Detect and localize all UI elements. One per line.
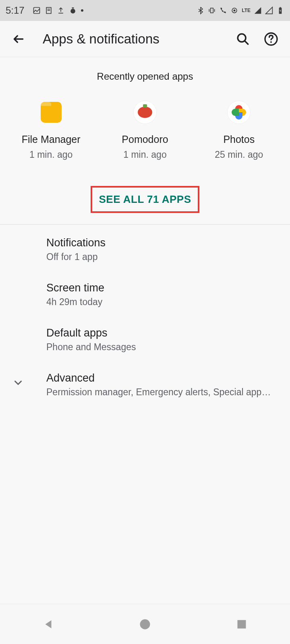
search-icon xyxy=(236,32,250,46)
svg-rect-5 xyxy=(72,8,74,9)
status-left-icons xyxy=(33,6,83,14)
square-recent-icon xyxy=(236,619,247,630)
svg-point-16 xyxy=(270,41,272,43)
svg-rect-18 xyxy=(238,620,246,628)
nav-recent-button[interactable] xyxy=(222,612,262,636)
content-area: Recently opened apps File Manager 1 min.… xyxy=(0,57,290,604)
signal-icon xyxy=(254,6,262,14)
lte-label: LTE xyxy=(242,8,251,13)
circle-home-icon xyxy=(139,618,151,630)
svg-point-9 xyxy=(234,10,236,12)
hotspot-icon xyxy=(230,6,238,14)
chevron-down-icon xyxy=(12,377,24,389)
document-icon xyxy=(45,6,53,14)
app-name-label: File Manager xyxy=(22,134,81,145)
recent-app-file-manager[interactable]: File Manager 1 min. ago xyxy=(11,101,91,160)
signal2-icon xyxy=(265,6,273,14)
upload-icon xyxy=(57,6,65,14)
settings-list: Notifications Off for 1 app Screen time … xyxy=(0,225,290,410)
settings-item-advanced[interactable]: Advanced Permission manager, Emergency a… xyxy=(0,362,290,407)
bluetooth-icon xyxy=(197,6,205,14)
pomodoro-icon xyxy=(133,101,157,124)
recent-app-photos[interactable]: Photos 25 min. ago xyxy=(199,101,279,160)
image-icon xyxy=(33,6,41,14)
status-time: 5:17 xyxy=(6,5,25,16)
see-all-apps-button[interactable]: SEE ALL 71 APPS xyxy=(91,186,199,213)
timer-icon xyxy=(69,6,77,14)
back-arrow-icon xyxy=(12,33,25,45)
svg-rect-0 xyxy=(33,8,39,14)
navigation-bar xyxy=(0,604,290,644)
app-time-label: 25 min. ago xyxy=(215,149,263,160)
battery-icon xyxy=(276,6,284,14)
settings-item-screen-time[interactable]: Screen time 4h 29m today xyxy=(0,272,290,317)
help-icon xyxy=(264,32,278,46)
help-button[interactable] xyxy=(263,31,279,47)
app-time-label: 1 min. ago xyxy=(123,149,166,160)
app-name-label: Photos xyxy=(223,134,255,145)
volte-icon xyxy=(219,6,227,14)
status-right-icons: LTE xyxy=(197,6,284,14)
vibrate-icon xyxy=(208,6,216,14)
settings-subtitle: Off for 1 app xyxy=(46,252,272,262)
photos-icon xyxy=(227,101,251,124)
settings-title: Screen time xyxy=(46,282,278,294)
nav-home-button[interactable] xyxy=(125,612,165,636)
settings-title: Advanced xyxy=(46,372,278,384)
svg-rect-12 xyxy=(280,7,281,8)
settings-subtitle: 4h 29m today xyxy=(46,297,272,308)
settings-subtitle: Permission manager, Emergency alerts, Sp… xyxy=(46,387,272,398)
triangle-back-icon xyxy=(42,618,54,630)
svg-line-14 xyxy=(244,41,248,44)
nav-back-button[interactable] xyxy=(28,612,68,636)
svg-point-17 xyxy=(140,619,150,629)
app-name-label: Pomodoro xyxy=(122,134,168,145)
app-time-label: 1 min. ago xyxy=(29,149,72,160)
settings-title: Default apps xyxy=(46,327,278,339)
file-manager-icon xyxy=(39,101,63,124)
status-bar: 5:17 LTE xyxy=(0,0,290,21)
recent-apps-header: Recently opened apps xyxy=(0,57,290,86)
settings-item-default-apps[interactable]: Default apps Phone and Messages xyxy=(0,317,290,362)
back-button[interactable] xyxy=(11,32,26,46)
settings-item-notifications[interactable]: Notifications Off for 1 app xyxy=(0,227,290,272)
app-bar: Apps & notifications xyxy=(0,21,290,57)
dot-icon xyxy=(81,9,83,12)
svg-point-4 xyxy=(70,9,75,14)
recent-apps-row: File Manager 1 min. ago Pomodoro 1 min. … xyxy=(0,86,290,170)
search-button[interactable] xyxy=(235,31,251,47)
recent-app-pomodoro[interactable]: Pomodoro 1 min. ago xyxy=(105,101,185,160)
page-title: Apps & notifications xyxy=(43,31,160,47)
settings-title: Notifications xyxy=(46,237,278,249)
svg-rect-6 xyxy=(211,8,213,13)
settings-subtitle: Phone and Messages xyxy=(46,342,272,353)
